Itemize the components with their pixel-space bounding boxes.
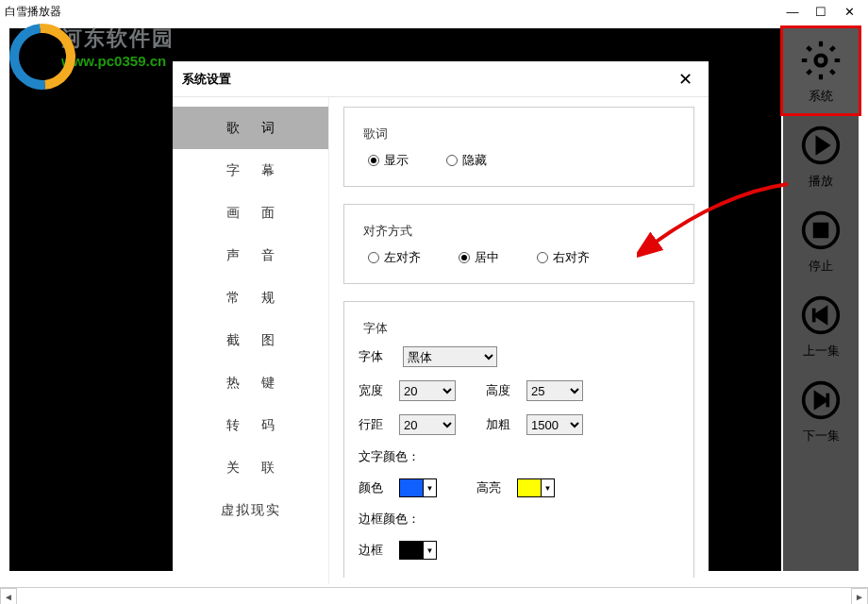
sidebar-label-prev: 上一集 [803,343,840,360]
close-button[interactable]: ✕ [835,3,863,22]
sidebar-item-prev[interactable]: 上一集 [783,283,859,368]
tab-assoc[interactable]: 关 联 [173,446,328,489]
radio-dot-icon [537,252,548,263]
radio-align-right[interactable]: 右对齐 [537,249,590,266]
tab-screenshot[interactable]: 截 图 [173,319,328,361]
width-select[interactable]: 20 [399,380,456,401]
radio-align-left[interactable]: 左对齐 [368,249,421,266]
lyrics-section-label: 歌词 [359,126,392,143]
radio-show[interactable]: 显示 [368,152,409,169]
gear-icon [798,38,843,83]
scroll-track[interactable] [17,588,851,604]
highlight-label: 高亮 [476,479,509,496]
sidebar-label-next: 下一集 [803,428,840,445]
height-select[interactable]: 25 [526,380,583,401]
scroll-right-button[interactable]: ► [851,588,868,604]
text-color-picker[interactable]: ▼ [399,478,437,497]
tab-hotkey[interactable]: 热 键 [173,361,328,404]
tab-audio[interactable]: 声 音 [173,234,328,277]
radio-align-center[interactable]: 居中 [459,249,499,266]
sidebar-item-system[interactable]: 系统 [783,28,859,113]
radio-dot-icon [368,252,379,263]
radio-hide-label: 隐藏 [462,152,487,169]
settings-dialog: 系统设置 ✕ 歌 词 字 幕 画 面 声 音 常 规 截 图 热 键 转 码 关… [173,61,709,584]
right-sidebar: 系统 播放 停止 上一集 下一集 [783,28,859,571]
bold-select[interactable]: 1500 [526,414,583,435]
sidebar-label-play: 播放 [809,173,833,190]
dialog-close-button[interactable]: ✕ [671,69,699,90]
tab-picture[interactable]: 画 面 [173,192,328,234]
radio-dot-icon [459,252,470,263]
tab-transcode[interactable]: 转 码 [173,404,328,446]
spacing-select[interactable]: 20 [399,414,456,435]
highlight-color-picker[interactable]: ▼ [517,478,555,497]
tab-vr[interactable]: 虚拟现实 [173,489,328,531]
border-color-label: 边框颜色： [359,511,420,528]
font-section-label: 字体 [359,320,392,337]
sidebar-label-stop: 停止 [809,258,833,275]
svg-rect-3 [815,224,827,236]
settings-content: 歌词 显示 隐藏 对齐方式 左对齐 居中 右对齐 [328,97,709,584]
tab-general[interactable]: 常 规 [173,277,328,319]
radio-hide[interactable]: 隐藏 [446,152,487,169]
horizontal-scrollbar[interactable]: ◄ ► [0,587,868,604]
play-icon [798,123,843,168]
radio-show-label: 显示 [384,152,409,169]
window-title: 白雪播放器 [5,4,778,20]
sidebar-label-system: 系统 [809,88,833,105]
stop-icon [798,208,843,253]
sidebar-item-stop[interactable]: 停止 [783,198,859,283]
maximize-button[interactable]: ☐ [807,3,835,22]
align-section-label: 对齐方式 [359,223,417,240]
font-select[interactable]: 黑体 [403,346,497,367]
width-label: 宽度 [359,382,392,399]
scroll-left-button[interactable]: ◄ [0,588,17,604]
svg-point-0 [816,55,826,65]
next-icon [798,378,843,423]
align-left-label: 左对齐 [384,249,421,266]
align-center-label: 居中 [475,249,499,266]
text-color-label: 文字颜色： [359,448,420,465]
align-right-label: 右对齐 [553,249,590,266]
spacing-label: 行距 [359,416,392,433]
border-color-picker[interactable]: ▼ [399,541,437,560]
tab-subtitle[interactable]: 字 幕 [173,149,328,192]
bold-label: 加粗 [486,416,519,433]
border-label: 边框 [359,542,392,559]
tabs-column: 歌 词 字 幕 画 面 声 音 常 规 截 图 热 键 转 码 关 联 虚拟现实 [173,97,328,584]
dialog-title: 系统设置 [182,71,231,88]
radio-dot-icon [446,155,458,166]
prev-icon [798,293,843,338]
sidebar-item-play[interactable]: 播放 [783,113,859,198]
height-label: 高度 [486,382,519,399]
color-label: 颜色 [359,479,392,496]
minimize-button[interactable]: — [778,3,807,22]
sidebar-item-next[interactable]: 下一集 [783,368,859,453]
font-label: 字体 [359,348,392,365]
radio-dot-icon [368,155,379,166]
tab-lyrics[interactable]: 歌 词 [173,107,328,149]
